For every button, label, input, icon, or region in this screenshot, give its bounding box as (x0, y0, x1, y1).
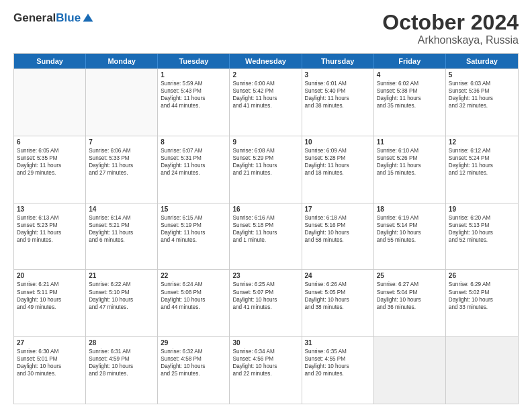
cell-info-line: Sunset: 4:58 PM (161, 355, 226, 363)
day-number: 23 (232, 272, 298, 279)
calendar-cell-23: 23Sunrise: 6:25 AMSunset: 5:07 PMDayligh… (230, 270, 302, 336)
cell-info-line: Daylight: 11 hours (305, 162, 371, 169)
day-number: 6 (17, 138, 83, 146)
day-number: 31 (305, 339, 371, 347)
cell-info-line: and 12 minutes. (449, 169, 515, 177)
cell-info-line: and 41 minutes. (232, 102, 298, 109)
calendar: SundayMondayTuesdayWednesdayThursdayFrid… (13, 53, 519, 404)
cell-info-line: Sunset: 5:04 PM (377, 289, 443, 296)
cell-info-line: Daylight: 10 hours (17, 363, 83, 370)
calendar-cell-26: 26Sunrise: 6:29 AMSunset: 5:02 PMDayligh… (446, 270, 518, 336)
day-number: 30 (232, 339, 298, 347)
cell-info-line: Sunrise: 6:27 AM (377, 281, 443, 288)
cell-info-line: Sunset: 5:16 PM (305, 222, 371, 229)
cell-info-line: Sunrise: 5:59 AM (161, 80, 226, 87)
cell-info-line: and 20 minutes. (305, 370, 371, 377)
day-number: 7 (89, 138, 154, 146)
calendar-cell-13: 13Sunrise: 6:13 AMSunset: 5:23 PMDayligh… (14, 203, 86, 270)
day-number: 27 (17, 339, 83, 347)
calendar-cell-17: 17Sunrise: 6:18 AMSunset: 5:16 PMDayligh… (302, 203, 374, 270)
cell-info-line: Sunset: 5:11 PM (17, 289, 83, 296)
cell-info-line: Daylight: 10 hours (89, 296, 154, 304)
title-block: October 2024 Arkhonskaya, Russia (382, 11, 519, 46)
cell-info-line: and 49 minutes. (17, 304, 83, 311)
day-header-wednesday: Wednesday (230, 54, 302, 68)
cell-info-line: Sunset: 5:02 PM (449, 289, 515, 296)
cell-info-line: Sunrise: 6:06 AM (89, 147, 154, 154)
cell-info-line: Sunrise: 6:10 AM (377, 147, 443, 154)
cell-info-line: and 28 minutes. (89, 370, 154, 377)
day-number: 2 (232, 71, 298, 79)
calendar-cell-empty (374, 337, 446, 404)
cell-info-line: Sunset: 5:14 PM (377, 222, 443, 229)
calendar-cell-20: 20Sunrise: 6:21 AMSunset: 5:11 PMDayligh… (14, 270, 86, 336)
cell-info-line: Daylight: 10 hours (305, 229, 371, 236)
cell-info-line: and 27 minutes. (89, 169, 154, 177)
cell-info-line: and 1 minute. (232, 236, 298, 244)
cell-info-line: Sunset: 5:10 PM (89, 289, 154, 296)
cell-info-line: Sunrise: 6:07 AM (161, 147, 226, 154)
day-header-friday: Friday (374, 54, 446, 68)
cell-info-line: Daylight: 11 hours (17, 229, 83, 236)
cell-info-line: Sunrise: 6:29 AM (449, 281, 515, 288)
cell-info-line: Daylight: 10 hours (449, 229, 515, 236)
cell-info-line: Sunrise: 6:02 AM (377, 80, 443, 87)
cell-info-line: and 15 minutes. (377, 169, 443, 177)
cell-info-line: and 29 minutes. (17, 169, 83, 177)
cell-info-line: Sunset: 5:43 PM (161, 87, 226, 95)
day-number: 4 (377, 71, 443, 79)
calendar-row-2: 6Sunrise: 6:05 AMSunset: 5:35 PMDaylight… (14, 136, 518, 203)
cell-info-line: and 18 minutes. (305, 169, 371, 177)
cell-info-line: Daylight: 10 hours (89, 363, 154, 370)
cell-info-line: Sunrise: 6:03 AM (449, 80, 515, 87)
cell-info-line: Sunset: 5:05 PM (305, 289, 371, 296)
cell-info-line: Sunset: 5:26 PM (377, 154, 443, 162)
cell-info-line: Sunrise: 6:18 AM (305, 214, 371, 222)
cell-info-line: Daylight: 11 hours (89, 162, 154, 169)
calendar-cell-7: 7Sunrise: 6:06 AMSunset: 5:33 PMDaylight… (86, 136, 158, 203)
cell-info-line: Sunrise: 6:08 AM (232, 147, 298, 154)
cell-info-line: Daylight: 11 hours (161, 229, 226, 236)
day-number: 10 (305, 138, 371, 146)
cell-info-line: Sunrise: 6:35 AM (305, 348, 371, 355)
cell-info-line: Sunrise: 6:00 AM (232, 80, 298, 87)
cell-info-line: and 58 minutes. (305, 236, 371, 244)
cell-info-line: Daylight: 10 hours (161, 296, 226, 304)
calendar-cell-10: 10Sunrise: 6:09 AMSunset: 5:28 PMDayligh… (302, 136, 374, 203)
cell-info-line: Sunrise: 6:16 AM (232, 214, 298, 222)
cell-info-line: Sunrise: 6:34 AM (232, 348, 298, 355)
cell-info-line: and 22 minutes. (232, 370, 298, 377)
cell-info-line: Daylight: 11 hours (449, 95, 515, 102)
day-number: 18 (377, 205, 443, 213)
cell-info-line: Sunrise: 6:25 AM (232, 281, 298, 288)
cell-info-line: Sunrise: 6:12 AM (449, 147, 515, 154)
calendar-row-4: 20Sunrise: 6:21 AMSunset: 5:11 PMDayligh… (14, 269, 518, 336)
day-number: 9 (232, 138, 298, 146)
calendar-cell-12: 12Sunrise: 6:12 AMSunset: 5:24 PMDayligh… (446, 136, 518, 203)
calendar-cell-27: 27Sunrise: 6:30 AMSunset: 5:01 PMDayligh… (14, 337, 86, 404)
location-title: Arkhonskaya, Russia (382, 34, 519, 46)
cell-info-line: Sunset: 5:42 PM (232, 87, 298, 95)
cell-info-line: Daylight: 10 hours (232, 363, 298, 370)
day-header-thursday: Thursday (302, 54, 374, 68)
cell-info-line: and 25 minutes. (161, 370, 226, 377)
cell-info-line: and 38 minutes. (305, 102, 371, 109)
cell-info-line: Sunrise: 6:15 AM (161, 214, 226, 222)
cell-info-line: Sunset: 5:08 PM (161, 289, 226, 296)
cell-info-line: Sunrise: 6:09 AM (305, 147, 371, 154)
cell-info-line: Sunset: 4:56 PM (232, 355, 298, 363)
cell-info-line: Sunset: 5:19 PM (161, 222, 226, 229)
cell-info-line: Sunrise: 6:32 AM (161, 348, 226, 355)
cell-info-line: Sunrise: 6:21 AM (17, 281, 83, 288)
cell-info-line: Sunrise: 6:24 AM (161, 281, 226, 288)
day-header-monday: Monday (86, 54, 158, 68)
day-number: 17 (305, 205, 371, 213)
cell-info-line: Daylight: 11 hours (232, 95, 298, 102)
cell-info-line: Daylight: 10 hours (377, 296, 443, 304)
calendar-cell-1: 1Sunrise: 5:59 AMSunset: 5:43 PMDaylight… (158, 69, 230, 136)
calendar-header: SundayMondayTuesdayWednesdayThursdayFrid… (14, 54, 518, 68)
cell-info-line: Sunset: 5:13 PM (449, 222, 515, 229)
cell-info-line: Sunset: 4:59 PM (89, 355, 154, 363)
cell-info-line: and 44 minutes. (161, 102, 226, 109)
logo-general: GeneralBlue (13, 11, 81, 25)
